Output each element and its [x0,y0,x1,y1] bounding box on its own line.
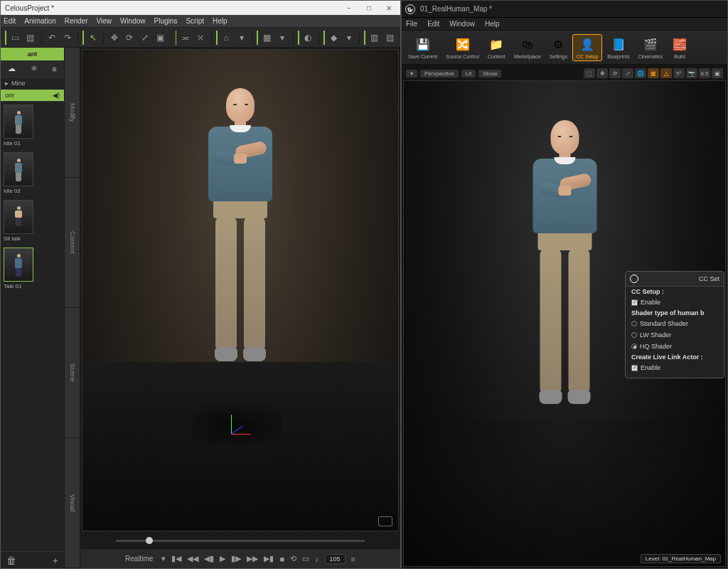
save-icon[interactable]: ▤ [24,31,36,45]
folder-row[interactable]: ▸Mine [1,78,64,90]
slider-handle[interactable] [146,537,153,544]
livelink-checkbox-row[interactable]: ✓Enable [626,362,724,373]
shader-option-lw[interactable]: LW Shader [626,329,724,341]
menu-window[interactable]: Window [449,20,475,28]
transform-icon[interactable]: ▣ [154,31,166,45]
cc-setup-button[interactable]: 👤CC Setup [572,34,602,61]
next-frame-icon[interactable]: ▶▶ [247,554,258,563]
tab-content[interactable]: Content [65,178,80,308]
cinematics-button[interactable]: 🎬Cinematics [634,35,666,60]
menu-help[interactable]: Help [485,20,500,28]
show-dropdown[interactable]: Show [478,70,501,78]
save-current-button[interactable]: 💾Save Current [405,35,441,60]
shader-option-hq[interactable]: HQ Shader [626,341,724,352]
checkbox-icon[interactable]: ✓ [631,299,638,306]
option-icon[interactable]: ▾ [277,31,289,45]
step-back-icon[interactable]: ◀▮ [204,554,214,563]
atom-icon[interactable]: ⚛ [31,64,38,73]
menu-animation[interactable]: Animation [24,17,55,25]
transform-move-icon[interactable]: ✥ [596,68,608,78]
maximize-viewport-icon[interactable]: ▣ [712,68,723,78]
transform-gizmo[interactable] [231,413,252,435]
prev-frame-icon[interactable]: ◀◀ [187,554,198,563]
redo-icon[interactable]: ↷ [61,31,73,45]
settings-button[interactable]: ⚙Settings [546,35,571,60]
home-icon[interactable]: ⌂ [220,31,232,45]
list-item[interactable]: Idle 01 [4,105,61,147]
slider-track[interactable] [116,540,365,542]
lit-dropdown[interactable]: Lit [461,70,476,78]
menu-view[interactable]: View [97,17,112,25]
link-icon[interactable]: ⫘ [179,31,191,45]
message-icon[interactable] [378,516,392,526]
first-frame-icon[interactable]: ▮◀ [171,554,181,563]
camera-speed-icon[interactable]: 📷 [686,68,697,78]
tab-modify[interactable]: Modify [65,48,80,178]
coord-space-icon[interactable]: 🌐 [635,68,646,78]
tab-visual[interactable]: Visual [65,438,80,568]
menu-edit[interactable]: Edit [4,17,16,25]
snap-angle-icon[interactable]: △ [660,68,672,78]
open-icon[interactable]: ▭ [9,31,21,45]
angle-snap-value[interactable]: 5° [673,68,685,78]
character-model[interactable] [513,120,616,528]
gizmo-x-axis[interactable] [231,434,251,435]
layers-icon[interactable]: ≡ [52,65,56,73]
transform-select-icon[interactable]: ⬚ [584,68,595,78]
move-icon[interactable]: ✥ [108,31,120,45]
enable-checkbox-row[interactable]: ✓Enable [626,297,724,308]
maximize-button[interactable]: □ [362,3,376,13]
shader-option-standard[interactable]: Standard Shader [626,318,724,329]
transform-scale-icon[interactable]: ⤢ [622,68,633,78]
camera-icon[interactable]: ▾ [235,31,247,45]
chevron-down-icon[interactable]: ▾ [161,554,166,563]
content-button[interactable]: 📁Content [484,35,509,60]
undo-icon[interactable]: ↶ [46,31,58,45]
play-icon[interactable]: ▶ [220,554,225,563]
menu-render[interactable]: Render [65,17,88,25]
build-button[interactable]: 🧱Build [668,35,692,60]
grid-icon[interactable]: ▦ [261,31,273,45]
delete-icon[interactable]: 🗑 [6,555,16,566]
menu-window[interactable]: Window [120,17,146,25]
menu-help[interactable]: Help [213,17,228,25]
cloud-icon[interactable]: ☁ [8,64,16,73]
radio-icon[interactable] [631,321,637,326]
radio-icon[interactable] [631,332,637,338]
render-icon[interactable]: ▾ [343,31,355,45]
shadow-icon[interactable]: ◆ [328,31,340,45]
radio-icon[interactable] [631,344,637,349]
blueprints-button[interactable]: 📘Blueprints [604,35,633,60]
snap-grid-icon[interactable]: ▦ [648,68,659,78]
add-icon[interactable]: + [53,555,58,566]
audio-icon[interactable]: ♪ [315,555,319,563]
loop-icon[interactable]: ⟲ [290,554,296,563]
select-icon[interactable]: ↖ [87,31,99,45]
menu-edit[interactable]: Edit [427,20,439,28]
list-item[interactable]: Idle 02 [4,152,61,194]
timeline-icon[interactable]: ≡ [351,555,355,563]
list-item[interactable]: Sit talk [4,200,61,242]
menu-script[interactable]: Script [186,17,204,25]
wireframe-icon[interactable]: ▥ [368,31,380,45]
unlink-icon[interactable]: ⤫ [195,31,207,45]
scale-icon[interactable]: ⤢ [139,31,151,45]
minimize-button[interactable]: − [342,3,356,13]
light-icon[interactable]: ◐ [302,31,314,45]
frame-field[interactable]: 105 [325,554,346,564]
folder-row-active[interactable]: om◀) [1,90,64,102]
rotate-icon[interactable]: ⟳ [124,31,136,45]
record-icon[interactable]: ▭ [302,554,309,563]
perspective-dropdown[interactable]: Perspective [420,70,459,78]
list-item[interactable]: Talk 01 [4,248,61,289]
marketplace-button[interactable]: 🛍Marketplace [510,35,544,60]
menu-plugins[interactable]: Plugins [154,17,178,25]
step-fwd-icon[interactable]: ▮▶ [231,554,241,563]
checkbox-icon[interactable]: ✓ [631,365,638,371]
transform-rotate-icon[interactable]: ⟳ [609,68,621,78]
playback-mode[interactable]: Realtime [125,555,156,563]
menu-file[interactable]: File [406,20,417,28]
viewport-3d[interactable] [82,49,399,531]
tab-scene[interactable]: Scene [65,308,80,438]
camera-speed-value[interactable]: 8.5 [699,68,710,78]
